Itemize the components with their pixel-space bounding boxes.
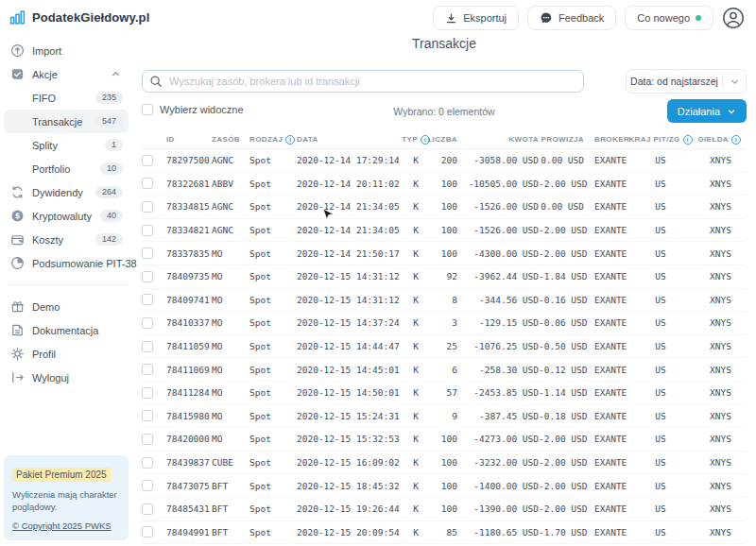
cell-rodzaj: Spot: [249, 387, 297, 398]
sidebar-item-profil[interactable]: Profil: [4, 342, 129, 366]
column-header-rodzaj[interactable]: RODZAJi: [249, 135, 297, 145]
cell-id: 78322681: [166, 179, 212, 189]
row-checkbox[interactable]: [142, 457, 153, 469]
cell-gielda: XNYS: [684, 341, 747, 351]
table-row[interactable]: 78439837CUBESpot2020-12-15 16:09:02K100-…: [142, 452, 747, 475]
table-row[interactable]: 78485431BFTSpot2020-12-15 19:26:44K100-1…: [142, 498, 747, 521]
row-checkbox[interactable]: [142, 201, 153, 213]
column-header-data[interactable]: DATA: [297, 135, 404, 144]
table-row[interactable]: 78411059MOSpot2020-12-15 14:44:47K25-107…: [142, 335, 747, 359]
cell-rodzaj: Spot: [249, 248, 297, 259]
row-checkbox[interactable]: [142, 341, 153, 352]
sidebar-item-kryptowaluty[interactable]: $Kryptowaluty40: [4, 204, 129, 228]
table-row[interactable]: 78337835MOSpot2020-12-14 21:50:17K100-43…: [142, 242, 747, 265]
row-checkbox[interactable]: [142, 317, 153, 329]
cell-prowizja: -0.06 USD: [539, 317, 584, 328]
cell-prowizja: -1.70 USD: [539, 527, 584, 537]
cell-prowizja: -1.14 USD: [539, 387, 584, 398]
row-checkbox[interactable]: [142, 247, 153, 259]
row-checkbox[interactable]: [142, 271, 153, 282]
cell-kwota: -3962.44 USD: [457, 271, 539, 282]
sidebar-item-label: FIFO: [32, 93, 95, 104]
column-header-zas-b[interactable]: ZASÓB: [212, 135, 249, 144]
table-row[interactable]: 78409741MOSpot2020-12-15 14:31:12K8-344.…: [142, 289, 747, 313]
cell-prowizja: -2.00 USD: [539, 434, 584, 444]
table-row[interactable]: 78411069MOSpot2020-12-15 14:45:01K6-258.…: [142, 358, 747, 382]
cell-data: 2020-12-15 19:26:44: [297, 503, 404, 514]
cell-liczba: 25: [427, 341, 457, 351]
sidebar-item-akcje[interactable]: Akcje: [4, 62, 129, 86]
sidebar-item-splity[interactable]: Splity1: [4, 133, 129, 157]
row-select-cell: [142, 247, 166, 259]
table-row[interactable]: 78415980MOSpot2020-12-15 15:24:31K9-387.…: [142, 405, 747, 429]
cell-id: 78415980: [166, 411, 212, 421]
cell-zasob: MO: [212, 411, 249, 421]
copyright-link[interactable]: © Copyright 2025 PWKS: [12, 520, 112, 531]
sidebar-item-podsumowanie-pit-38[interactable]: Podsumowanie PIT-38: [4, 251, 129, 275]
table-row[interactable]: 78494991BFTSpot2020-12-15 20:09:54K85-11…: [142, 521, 747, 545]
column-header-id[interactable]: ID: [166, 135, 212, 144]
table-row[interactable]: 78410337MOSpot2020-12-15 14:37:24K3-129.…: [142, 312, 747, 335]
table-row[interactable]: 78297500AGNCSpot2020-12-14 17:29:14K200-…: [142, 149, 747, 173]
cell-id: 78337835: [166, 248, 212, 259]
cell-broker: EXANTE: [584, 365, 637, 375]
app-logo[interactable]: PodatekGiełdowy.pl: [0, 0, 140, 26]
row-checkbox[interactable]: [142, 410, 153, 421]
cell-liczba: 85: [427, 527, 457, 537]
sidebar-item-wyloguj[interactable]: Wyloguj: [4, 366, 129, 389]
row-checkbox[interactable]: [142, 480, 153, 491]
table-row[interactable]: 78334815AGNCSpot2020-12-14 21:34:05K100-…: [142, 196, 747, 219]
cell-rodzaj: Spot: [249, 365, 297, 375]
sidebar-item-portfolio[interactable]: Portfolio10: [4, 157, 129, 180]
column-header-kwota[interactable]: KWOTA: [457, 135, 539, 144]
sidebar-item-fifo[interactable]: FIFO235: [4, 86, 129, 110]
cell-rodzaj: Spot: [249, 341, 297, 351]
column-header-gie-da[interactable]: GIEŁDAi: [684, 135, 747, 145]
cell-data: 2020-12-15 15:24:31: [297, 411, 404, 421]
table-row[interactable]: 78334821AGNCSpot2020-12-14 21:34:05K100-…: [142, 219, 747, 243]
row-select-cell: [142, 387, 166, 399]
row-checkbox[interactable]: [142, 178, 153, 189]
column-header-liczba[interactable]: LICZBA: [427, 135, 457, 144]
sidebar-item-demo[interactable]: Demo: [4, 295, 129, 318]
row-checkbox[interactable]: [142, 526, 153, 537]
sidebar-item-dokumentacja[interactable]: Dokumentacja: [4, 318, 129, 342]
info-icon[interactable]: i: [731, 135, 741, 145]
cell-broker: EXANTE: [584, 387, 637, 398]
column-header-typ[interactable]: TYPi: [404, 135, 427, 145]
row-checkbox[interactable]: [142, 225, 153, 236]
row-checkbox[interactable]: [142, 155, 153, 166]
table-row[interactable]: 78473075BFTSpot2020-12-15 18:45:32K100-1…: [142, 474, 747, 498]
costs-icon: [9, 232, 25, 247]
sidebar-item-dywidendy[interactable]: Dywidendy264: [4, 180, 129, 204]
sidebar-item-import[interactable]: Import: [4, 39, 129, 62]
row-checkbox[interactable]: [142, 294, 153, 305]
row-checkbox[interactable]: [142, 434, 153, 445]
count-badge: 10: [100, 162, 123, 175]
column-header-kraj-pit-zg[interactable]: KRAJ PIT/ZGi: [637, 135, 684, 145]
sort-dropdown[interactable]: Data: od najstarszej: [626, 69, 747, 94]
search-input[interactable]: [142, 70, 584, 93]
cell-id: 78485431: [166, 503, 212, 514]
table-row[interactable]: 78409735MOSpot2020-12-15 14:31:12K92-396…: [142, 265, 747, 289]
count-badge: 235: [95, 92, 123, 104]
sidebar-item-label: Import: [32, 45, 123, 57]
table-row[interactable]: 78322681ABBVSpot2020-12-14 20:11:02K100-…: [142, 173, 747, 196]
sidebar-item-koszty[interactable]: Koszty142: [4, 228, 129, 251]
cell-id: 78411284: [166, 387, 212, 398]
info-icon[interactable]: i: [285, 135, 295, 145]
cell-kwota: -258.30 USD: [457, 365, 539, 375]
row-checkbox[interactable]: [142, 387, 153, 399]
cell-typ: K: [404, 503, 427, 514]
table-controls: Wybierz widoczne Wybrano: 0 elementów Dz…: [142, 98, 747, 125]
cell-zasob: MO: [212, 295, 249, 305]
actions-button[interactable]: Działania: [667, 99, 747, 123]
row-checkbox[interactable]: [142, 364, 153, 375]
sidebar-item-transakcje[interactable]: Transakcje547: [4, 110, 129, 133]
sidebar-item-label: Splity: [32, 140, 105, 151]
table-row[interactable]: 78420000MOSpot2020-12-15 15:32:53K100-42…: [142, 428, 747, 452]
cell-zasob: BFT: [212, 527, 249, 537]
row-checkbox[interactable]: [142, 503, 153, 515]
column-header-prowizja[interactable]: PROWIZJA: [539, 135, 584, 144]
table-row[interactable]: 78411284MOSpot2020-12-15 14:50:01K57-245…: [142, 382, 747, 405]
